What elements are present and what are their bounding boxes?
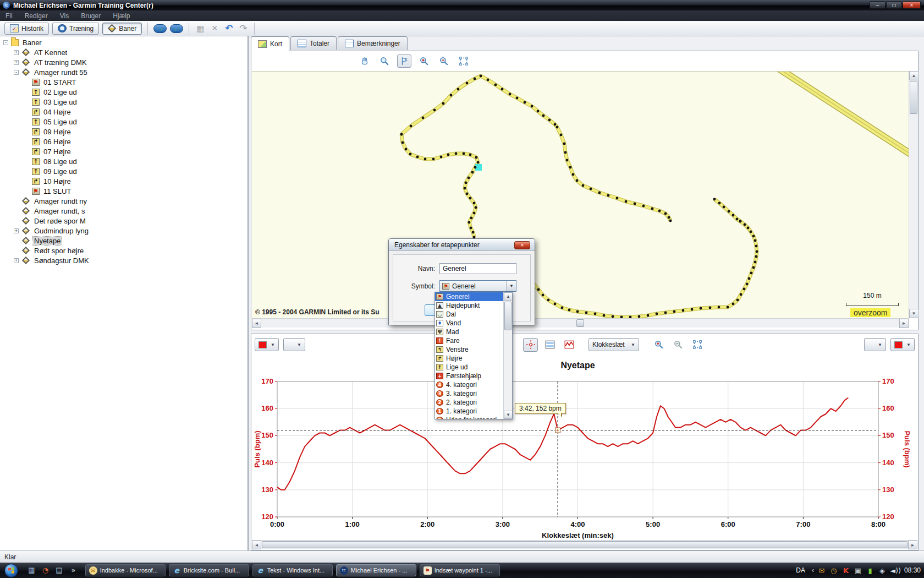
tree-expander[interactable]: - bbox=[3, 40, 8, 45]
tree-item[interactable]: ↱ 09 Højre bbox=[0, 127, 248, 137]
scroll-thumb[interactable] bbox=[262, 541, 908, 548]
tree-item[interactable]: ↑ 02 Lige ud bbox=[0, 87, 248, 97]
scroll-up-arrow[interactable]: ▲ bbox=[504, 292, 513, 301]
tree-item[interactable]: ⚑ 11 SLUT bbox=[0, 186, 248, 196]
symbol-option[interactable]: 4 4. kategori bbox=[435, 380, 512, 389]
scroll-thumb[interactable] bbox=[910, 81, 917, 114]
next-waypoint-icon[interactable]: → bbox=[153, 24, 167, 33]
tree-item[interactable]: Det røde spor M bbox=[0, 216, 248, 226]
window-switcher-icon[interactable]: ▦ bbox=[27, 566, 36, 575]
tree-item[interactable]: ↱ 04 Højre bbox=[0, 107, 248, 117]
bands-view-icon[interactable] bbox=[542, 338, 557, 352]
x-axis-mode-dropdown[interactable]: Klokkeslæt▼ bbox=[588, 338, 639, 351]
taskbar-task-button[interactable]: tc Michael Erichsen - ... bbox=[336, 564, 416, 576]
pan-hand-icon[interactable] bbox=[358, 54, 372, 68]
scroll-down-arrow[interactable]: ▼ bbox=[909, 309, 919, 318]
stamp-icon[interactable]: ▦ bbox=[195, 24, 206, 34]
tree-item[interactable]: Amager rundt, s bbox=[0, 206, 248, 216]
scroll-down-arrow[interactable]: ▼ bbox=[504, 411, 513, 419]
tree-item[interactable]: + AT Kennet bbox=[0, 47, 248, 57]
dialog-title-bar[interactable]: Egenskaber for etapepunkter × bbox=[389, 239, 535, 251]
heart-rate-chart[interactable]: 1201201301301401401501501601601701700:00… bbox=[251, 353, 918, 540]
tree-item[interactable]: ↑ 09 Lige ud bbox=[0, 166, 248, 176]
symbol-option[interactable]: ▲ Højdepunkt bbox=[435, 301, 512, 310]
tree-item[interactable]: - Baner bbox=[0, 37, 248, 47]
media-icon[interactable]: ◔ bbox=[41, 566, 50, 575]
scroll-left-arrow[interactable]: ◄ bbox=[252, 319, 261, 328]
tree-item[interactable]: ↑ 05 Lige ud bbox=[0, 117, 248, 127]
taskbar-task-button[interactable]: e Bricksite.com - Buil... bbox=[169, 564, 249, 576]
tree-expander[interactable]: - bbox=[14, 70, 19, 75]
show-desktop-icon[interactable]: ▤ bbox=[54, 566, 64, 575]
tree-item[interactable]: Nyetape bbox=[0, 236, 248, 246]
symbol-option[interactable]: ! Fare bbox=[435, 336, 512, 345]
courses-button[interactable]: Baner bbox=[102, 23, 142, 35]
battery-tray-icon[interactable]: ▮ bbox=[866, 566, 875, 575]
symbol-option[interactable]: 1 1. kategori bbox=[435, 407, 512, 416]
right-series-color-dropdown[interactable]: ▼ bbox=[890, 338, 915, 351]
maximize-button[interactable]: □ bbox=[886, 1, 902, 9]
undo-icon[interactable]: ↶ bbox=[223, 23, 234, 34]
series-color-dropdown[interactable]: ▼ bbox=[255, 338, 279, 351]
zoom-rect-icon[interactable] bbox=[457, 54, 471, 68]
previous-waypoint-icon[interactable]: ← bbox=[170, 24, 183, 33]
scroll-up-arrow[interactable]: ▲ bbox=[909, 71, 919, 80]
tree-item[interactable]: ↱ 06 Højre bbox=[0, 137, 248, 146]
map-tab[interactable]: Kort bbox=[251, 36, 289, 51]
symbol-option[interactable]: Ψ Mad bbox=[435, 328, 512, 336]
line-graph-icon[interactable] bbox=[562, 338, 576, 352]
symbol-option[interactable]: ◡ Dal bbox=[435, 310, 512, 319]
map-canvas[interactable]: © 1995 - 2004 GARMIN Limited or its Su 1… bbox=[252, 71, 909, 318]
tree-item[interactable]: Rødt spor højre bbox=[0, 246, 248, 255]
start-button[interactable] bbox=[4, 564, 18, 577]
symbol-option[interactable]: 3 3. kategori bbox=[435, 389, 512, 398]
tree-expander[interactable]: + bbox=[14, 60, 19, 65]
quick-launch-more-icon[interactable]: » bbox=[72, 566, 75, 574]
symbol-option[interactable]: 0 Uden for kategori bbox=[435, 416, 512, 419]
minimize-button[interactable]: – bbox=[870, 1, 886, 9]
taskbar-task-button[interactable]: e Tekst - Windows Int... bbox=[252, 564, 333, 576]
tree-item[interactable]: - Amager rundt 55 bbox=[0, 67, 248, 77]
tree-item[interactable]: + Søndagstur DMK bbox=[0, 255, 248, 265]
name-field[interactable] bbox=[439, 263, 516, 274]
tree-item[interactable]: ↑ 03 Lige ud bbox=[0, 97, 248, 107]
clock-tray-icon[interactable]: ◷ bbox=[829, 566, 838, 575]
delete-icon[interactable]: × bbox=[209, 23, 220, 34]
menu-item[interactable]: Bruger bbox=[81, 12, 101, 20]
symbol-option[interactable]: ♦ Vand bbox=[435, 319, 512, 328]
history-button[interactable]: ✓ Historik bbox=[4, 23, 49, 35]
symbol-option[interactable]: 2 2. kategori bbox=[435, 398, 512, 407]
language-indicator[interactable]: DA bbox=[796, 566, 805, 574]
scroll-thumb[interactable] bbox=[576, 319, 584, 327]
training-button[interactable]: Træning bbox=[52, 23, 99, 35]
tree-expander[interactable]: + bbox=[14, 258, 19, 263]
map-tab[interactable]: Totaler bbox=[290, 36, 337, 50]
chart-zoom-rect-icon[interactable] bbox=[690, 338, 705, 352]
taskbar-clock[interactable]: 08:30 bbox=[904, 566, 921, 574]
symbol-combobox[interactable]: ⚑ Generel ▼ bbox=[439, 280, 516, 292]
tree-item[interactable]: + AT træning DMK bbox=[0, 57, 248, 67]
dialog-close-button[interactable]: × bbox=[514, 241, 530, 249]
scroll-right-arrow[interactable]: ► bbox=[908, 541, 917, 549]
tree-item[interactable]: ↑ 08 Lige ud bbox=[0, 156, 248, 166]
redo-icon[interactable]: ↷ bbox=[238, 23, 249, 34]
map-vertical-scrollbar[interactable]: ▲ ▼ bbox=[909, 71, 918, 318]
crosshair-tool-icon[interactable] bbox=[523, 338, 538, 352]
kaspersky-tray-icon[interactable]: K bbox=[842, 566, 850, 575]
scroll-thumb[interactable] bbox=[504, 302, 512, 330]
display-tray-icon[interactable]: ▣ bbox=[854, 566, 862, 575]
mail-tray-icon[interactable]: ✉ bbox=[817, 566, 826, 575]
tree-expander[interactable]: + bbox=[14, 50, 19, 55]
chart-zoom-out-icon[interactable] bbox=[670, 338, 685, 352]
map-tab[interactable]: Bemærkninger bbox=[338, 36, 408, 50]
chart-zoom-in-icon[interactable] bbox=[651, 338, 666, 352]
secondary-series-dropdown[interactable]: ▼ bbox=[283, 338, 305, 351]
menu-item[interactable]: Hjælp bbox=[113, 12, 130, 20]
zoom-in-icon[interactable] bbox=[417, 54, 431, 68]
menu-item[interactable]: Fil bbox=[6, 12, 13, 20]
waypoint-flag-tool-icon[interactable] bbox=[397, 54, 411, 68]
zoom-out-icon[interactable] bbox=[437, 54, 451, 68]
tree-item[interactable]: ↱ 07 Højre bbox=[0, 146, 248, 156]
scroll-left-arrow[interactable]: ◄ bbox=[252, 541, 261, 549]
symbol-option[interactable]: ↱ Højre bbox=[435, 354, 512, 363]
